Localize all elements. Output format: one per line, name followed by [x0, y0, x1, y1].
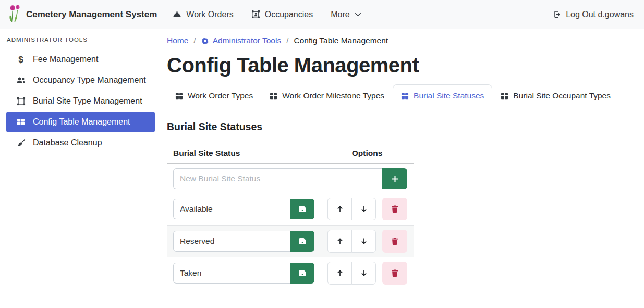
page-title: Config Table Management: [167, 54, 638, 77]
tab-label: Burial Site Statuses: [414, 91, 484, 101]
breadcrumb: Home / Administrator Tools / Config Tabl…: [167, 36, 638, 45]
arrow-up-icon: [336, 269, 344, 277]
save-button[interactable]: [290, 263, 314, 284]
row-options: [327, 230, 407, 253]
brand-title: Cemetery Management System: [26, 9, 157, 20]
move-up-button[interactable]: [327, 198, 352, 220]
delete-button[interactable]: [382, 262, 407, 285]
nav-occupancies-label: Occupancies: [265, 10, 313, 19]
table-header-row: Burial Site Status Options: [167, 144, 414, 164]
save-floppy-icon: [298, 205, 307, 213]
occupancy-frame-icon: [251, 10, 260, 19]
sidebar-item-burial-site-type-management[interactable]: Burial Site Type Management: [6, 91, 155, 112]
table-row-reserved: [167, 225, 414, 257]
nav-more-dropdown[interactable]: More: [331, 10, 361, 19]
sidebar-item-label: Occupancy Type Management: [33, 76, 146, 85]
sidebar-item-fee-management[interactable]: $ Fee Management: [6, 49, 155, 70]
sign-out-icon: [552, 10, 561, 19]
move-down-button[interactable]: [351, 262, 376, 285]
breadcrumb-admin-tools-link[interactable]: Administrator Tools: [201, 36, 282, 45]
breadcrumb-admin-tools-label: Administrator Tools: [213, 36, 282, 45]
new-status-input[interactable]: [173, 168, 382, 189]
sidebar-item-occupancy-type-management[interactable]: Occupancy Type Management: [6, 70, 155, 91]
table-row-new-status: [167, 164, 414, 193]
tab-burial-site-statuses[interactable]: Burial Site Statuses: [393, 84, 492, 107]
save-floppy-icon: [298, 237, 307, 245]
arrow-up-icon: [336, 205, 344, 213]
breadcrumb-separator: /: [286, 36, 288, 45]
arrow-up-icon: [336, 237, 344, 245]
section-heading: Burial Site Statuses: [167, 121, 638, 133]
sidebar-item-label: Config Table Management: [33, 117, 130, 127]
logout-label: Log Out d.gowans: [566, 10, 634, 19]
nav-work-orders-label: Work Orders: [186, 10, 233, 19]
nav-links: Work Orders Occupancies More: [173, 10, 379, 19]
nav-work-orders[interactable]: Work Orders: [173, 10, 233, 19]
sidebar-item-label: Burial Site Type Management: [33, 96, 142, 106]
move-down-button[interactable]: [351, 198, 376, 220]
column-header-status: Burial Site Status: [173, 149, 327, 158]
table-icon: [175, 92, 183, 100]
burial-site-status-table: Burial Site Status Options: [167, 144, 414, 289]
move-down-button[interactable]: [351, 230, 376, 253]
table-row-taken: [167, 257, 414, 289]
row-options: [327, 262, 407, 285]
logout-link[interactable]: Log Out d.gowans: [552, 10, 634, 19]
tulip-logo-icon: [8, 5, 21, 24]
sidebar-item-label: Database Cleanup: [33, 138, 102, 147]
row-options: [327, 198, 407, 220]
hard-hat-icon: [173, 10, 181, 19]
tab-work-order-milestone-types[interactable]: Work Order Milestone Types: [261, 84, 393, 107]
save-button[interactable]: [290, 231, 314, 252]
table-icon: [501, 92, 508, 100]
add-status-button[interactable]: [382, 168, 407, 189]
gear-icon: [201, 37, 209, 45]
arrow-down-icon: [360, 205, 368, 213]
plus-icon: [391, 175, 399, 183]
sidebar: ADMINISTRATOR TOOLS $ Fee Management Occ…: [0, 29, 162, 308]
arrow-down-icon: [360, 269, 368, 277]
main-content: Home / Administrator Tools / Config Tabl…: [162, 29, 644, 308]
nav-occupancies[interactable]: Occupancies: [251, 10, 313, 19]
table-icon: [16, 118, 26, 126]
breadcrumb-current: Config Table Management: [294, 36, 388, 45]
chevron-down-icon: [355, 11, 361, 18]
sidebar-heading: ADMINISTRATOR TOOLS: [7, 36, 155, 43]
trash-icon: [391, 205, 399, 213]
tab-burial-site-occupant-types[interactable]: Burial Site Occupant Types: [492, 84, 619, 107]
sidebar-item-config-table-management[interactable]: Config Table Management: [6, 112, 155, 132]
tab-label: Burial Site Occupant Types: [513, 91, 611, 101]
broom-icon: [16, 139, 26, 147]
status-input[interactable]: [173, 199, 290, 219]
users-icon: [16, 76, 26, 85]
brand[interactable]: Cemetery Management System: [8, 5, 157, 24]
breadcrumb-separator: /: [193, 36, 196, 45]
save-floppy-icon: [298, 269, 307, 277]
delete-button[interactable]: [382, 198, 407, 220]
arrow-down-icon: [360, 237, 368, 245]
table-icon: [401, 92, 409, 100]
move-up-button[interactable]: [327, 262, 352, 285]
top-navbar: Cemetery Management System Work Orders O…: [0, 0, 644, 29]
dollar-icon: $: [16, 55, 26, 64]
column-header-options: Options: [327, 149, 407, 158]
move-up-button[interactable]: [327, 230, 352, 253]
tab-label: Work Order Types: [188, 91, 253, 101]
save-button[interactable]: [290, 199, 314, 219]
status-input[interactable]: [173, 231, 290, 252]
trash-icon: [391, 269, 399, 277]
tab-bar: Work Order Types Work Order Milestone Ty…: [167, 84, 638, 107]
table-icon: [270, 92, 277, 100]
trash-icon: [391, 237, 399, 245]
tab-work-order-types[interactable]: Work Order Types: [167, 84, 261, 107]
tab-label: Work Order Milestone Types: [282, 91, 384, 101]
nav-more-label: More: [331, 10, 349, 19]
sidebar-item-label: Fee Management: [33, 55, 98, 64]
object-group-icon: [16, 97, 26, 106]
breadcrumb-home-link[interactable]: Home: [167, 36, 188, 45]
delete-button[interactable]: [382, 230, 407, 253]
status-input[interactable]: [173, 263, 290, 284]
nav-right: Log Out d.gowans: [552, 10, 636, 19]
sidebar-item-database-cleanup[interactable]: Database Cleanup: [6, 132, 155, 153]
table-row-available: [167, 193, 414, 225]
